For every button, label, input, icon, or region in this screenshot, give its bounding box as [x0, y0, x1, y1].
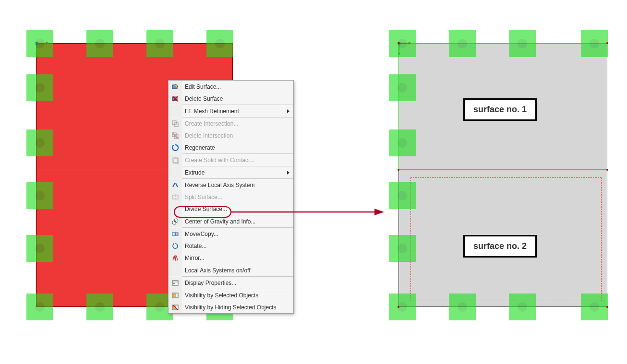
nodal-support[interactable] [389, 182, 416, 209]
reverse-axis-icon [171, 181, 179, 189]
node-dot [606, 169, 608, 171]
svg-rect-38 [173, 294, 176, 296]
nodal-support[interactable] [389, 74, 416, 101]
menu-icon-slot [169, 228, 182, 240]
menu-item-label: Local Axis Systems on/off [182, 267, 289, 274]
menu-item-create-solid-with-contact: Create Solid with Contact... [169, 154, 293, 166]
svg-line-18 [172, 133, 178, 139]
nodal-support[interactable] [26, 182, 53, 209]
menu-item-extrude[interactable]: Extrude [169, 166, 293, 178]
menu-item-label: Regenerate [182, 144, 289, 151]
menu-item-reverse-local-axis-system[interactable]: Reverse Local Axis System [169, 179, 293, 191]
menu-item-label: Extrude [182, 169, 284, 176]
nodal-support[interactable] [86, 294, 113, 320]
label-surface-2: surface no. 2 [463, 235, 537, 258]
menu-icon-slot [169, 105, 182, 117]
nodal-support[interactable] [86, 30, 113, 57]
nodal-support[interactable] [26, 294, 53, 320]
menu-item-local-axis-systems-on-off[interactable]: Local Axis Systems on/off [169, 264, 293, 276]
menu-item-label: Visibility by Hiding Selected Objects [182, 304, 289, 311]
nodal-support[interactable] [581, 30, 608, 57]
label-surface-1: surface no. 1 [463, 98, 537, 121]
nodal-support[interactable] [389, 129, 416, 156]
nodal-support[interactable] [146, 30, 173, 57]
menu-item-visibility-by-selected-objects[interactable]: Visibility by Selected Objects [169, 289, 293, 301]
support-node-icon [398, 191, 407, 200]
menu-item-mirror[interactable]: Mirror... [169, 252, 293, 264]
submenu-arrow-icon [287, 171, 289, 175]
support-node-icon [35, 138, 45, 148]
solid-contact-icon [171, 156, 179, 164]
menu-icon-slot [169, 301, 182, 313]
vis-hide-icon [171, 304, 179, 311]
nodal-support[interactable] [389, 30, 416, 57]
support-node-icon [518, 302, 527, 312]
menu-item-label: FE Mesh Refinement [182, 108, 284, 115]
split-surface-icon [171, 193, 179, 201]
support-node-icon [35, 191, 45, 200]
menu-item-visibility-by-hiding-selected-objects[interactable]: Visibility by Hiding Selected Objects [169, 301, 293, 313]
submenu-arrow-icon [287, 109, 289, 113]
menu-item-rotate[interactable]: Rotate... [169, 240, 293, 252]
surface-context-menu[interactable]: Edit Surface...Delete SurfaceFE Mesh Ref… [168, 80, 294, 314]
menu-icon-slot [169, 264, 182, 276]
support-node-icon [95, 302, 105, 312]
display-props-icon [171, 279, 179, 287]
nodal-support[interactable] [26, 30, 53, 57]
menu-item-divide-surface[interactable]: Divide Surface... [169, 203, 293, 215]
nodal-support[interactable] [509, 30, 536, 57]
support-node-icon [95, 39, 105, 48]
menu-icon-slot [169, 93, 182, 105]
delete-intersect-icon [171, 132, 179, 140]
right-surface-divider-line [398, 170, 607, 170]
menu-item-display-properties[interactable]: Display Properties... [169, 277, 293, 289]
support-node-icon [155, 39, 165, 48]
svg-marker-43 [374, 209, 384, 215]
node-dot [398, 42, 399, 44]
support-node-icon [458, 302, 467, 312]
nodal-support[interactable] [581, 294, 608, 320]
nodal-support[interactable] [206, 30, 233, 57]
support-node-icon [398, 244, 407, 253]
right-result-surface[interactable] [398, 43, 607, 307]
nodal-support[interactable] [26, 74, 53, 101]
mirror-icon [171, 254, 179, 262]
svg-point-27 [175, 221, 176, 222]
menu-item-regenerate[interactable]: Regenerate [169, 141, 293, 153]
menu-item-edit-surface[interactable]: Edit Surface... [169, 81, 293, 93]
nodal-support[interactable] [449, 30, 476, 57]
nodal-support[interactable] [449, 294, 476, 320]
menu-icon-slot [169, 166, 182, 178]
menu-item-label: Edit Surface... [182, 83, 289, 90]
node-dot [606, 42, 608, 44]
menu-item-label: Create Solid with Contact... [182, 157, 289, 164]
intersect-icon [171, 120, 179, 128]
nodal-support[interactable] [26, 129, 53, 156]
edit-surface-icon [171, 83, 179, 91]
menu-item-label: Center of Gravity and Info... [182, 218, 289, 225]
node-dot [606, 306, 608, 308]
menu-item-delete-surface[interactable]: Delete Surface [169, 93, 293, 105]
menu-icon-slot [169, 129, 182, 141]
menu-icon-slot [169, 117, 182, 129]
menu-item-center-of-gravity-and-info[interactable]: Center of Gravity and Info... [169, 215, 293, 227]
menu-item-label: Rotate... [182, 243, 289, 249]
cog-info-icon [171, 218, 179, 225]
menu-item-label: Split Surface... [182, 194, 289, 200]
menu-item-fe-mesh-refinement[interactable]: FE Mesh Refinement [169, 105, 293, 117]
support-node-icon [518, 39, 527, 48]
nodal-support[interactable] [26, 235, 53, 262]
nodal-support[interactable] [389, 235, 416, 262]
nodal-support[interactable] [509, 294, 536, 320]
menu-icon-slot [169, 191, 182, 203]
menu-item-move-copy[interactable]: Move/Copy... [169, 228, 293, 240]
node-dot [398, 306, 399, 308]
support-node-icon [35, 39, 45, 48]
support-node-icon [35, 83, 45, 93]
menu-icon-slot [169, 289, 182, 301]
nodal-support[interactable] [389, 294, 416, 320]
vis-sel-icon [171, 292, 179, 299]
support-node-icon [155, 302, 165, 312]
menu-item-label: Delete Surface [182, 95, 289, 102]
node-dot [398, 169, 399, 171]
